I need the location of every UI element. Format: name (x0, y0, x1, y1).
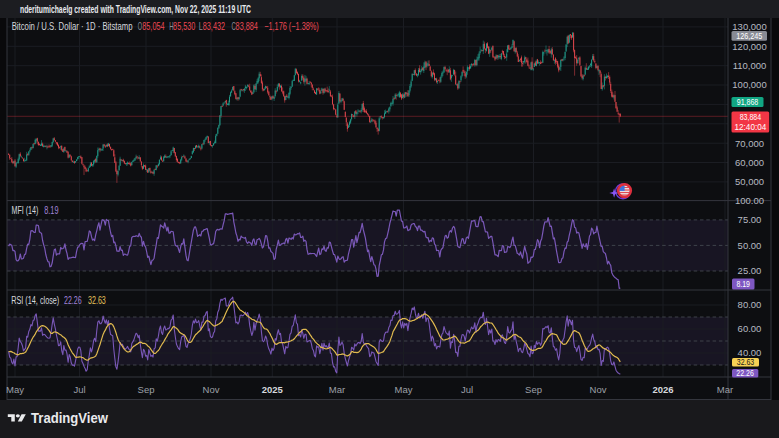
svg-text:MFI (14): MFI (14) (12, 205, 39, 216)
svg-text:Jul: Jul (73, 384, 85, 395)
svg-text:nderitumichaelg created with T: nderitumichaelg created with TradingView… (20, 3, 251, 15)
svg-text:83,884: 83,884 (740, 112, 762, 122)
svg-text:32.63: 32.63 (88, 295, 106, 306)
svg-text:12:40:04: 12:40:04 (735, 122, 767, 132)
svg-text:100.00: 100.00 (735, 195, 764, 206)
svg-text:110,000: 110,000 (733, 60, 767, 71)
svg-text:Jul: Jul (461, 384, 473, 395)
svg-text:2026: 2026 (652, 384, 673, 395)
svg-text:Nov: Nov (203, 384, 220, 395)
svg-text:22.26: 22.26 (64, 295, 82, 306)
svg-text:120,000: 120,000 (732, 41, 766, 52)
svg-text:RSI (14, close): RSI (14, close) (11, 295, 59, 306)
svg-text:−1,176 (−1.38%): −1,176 (−1.38%) (264, 20, 319, 32)
svg-text:25.00: 25.00 (738, 265, 762, 276)
svg-text:50,000: 50,000 (735, 176, 764, 187)
svg-text:100,000: 100,000 (732, 79, 766, 90)
svg-text:TradingView: TradingView (31, 409, 108, 426)
svg-text:32.63: 32.63 (737, 357, 755, 367)
svg-text:Mar: Mar (329, 384, 345, 395)
svg-text:70,000: 70,000 (735, 138, 764, 149)
svg-text:83,432: 83,432 (203, 20, 225, 32)
svg-text:60,000: 60,000 (735, 157, 764, 168)
svg-text:Mar: Mar (717, 384, 733, 395)
svg-text:Sep: Sep (525, 384, 542, 395)
svg-text:126,245: 126,245 (736, 31, 762, 41)
svg-text:83,884: 83,884 (236, 20, 258, 32)
svg-text:22.26: 22.26 (736, 368, 754, 378)
svg-text:2025: 2025 (262, 384, 284, 395)
svg-text:Sep: Sep (138, 384, 155, 395)
svg-text:91,868: 91,868 (737, 97, 759, 107)
svg-text:85,054: 85,054 (142, 20, 164, 32)
svg-text:85,530: 85,530 (173, 20, 195, 32)
svg-text:60.00: 60.00 (738, 323, 762, 334)
svg-text:50.00: 50.00 (738, 240, 762, 251)
svg-text:80.00: 80.00 (738, 299, 762, 310)
svg-text:8.19: 8.19 (736, 279, 750, 289)
svg-text:75.00: 75.00 (738, 214, 762, 225)
svg-text:May: May (395, 384, 413, 395)
svg-text:8.19: 8.19 (44, 205, 59, 216)
svg-text:Nov: Nov (590, 384, 607, 395)
svg-text:May: May (6, 384, 24, 395)
svg-text:Bitcoin / U.S. Dollar · 1D · B: Bitcoin / U.S. Dollar · 1D · Bitstamp (12, 20, 133, 32)
